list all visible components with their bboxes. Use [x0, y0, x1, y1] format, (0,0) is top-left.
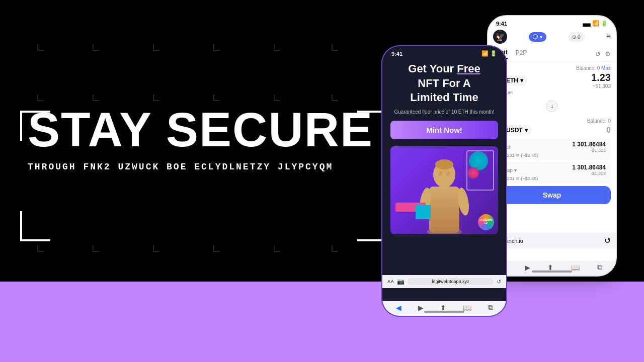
- inch-buy-amount: 0: [606, 126, 611, 135]
- nav-tabs-right[interactable]: ⧉: [597, 263, 602, 272]
- inch-route-1swap-cost: 0.00231 ≅ (~$2.45): [498, 176, 606, 181]
- inch-route-1swap-usd: -$1,303: [572, 171, 606, 176]
- inch-sell-balance: Balance: 0 Max: [576, 65, 611, 71]
- inch-sell-amount-block: 1.23 ~$1,303: [591, 72, 611, 89]
- inch-sell-header-row: Sell Balance: 0 Max: [493, 64, 611, 72]
- inch-route-1inch-usd: -$1,303: [572, 148, 606, 153]
- refresh-icon[interactable]: ↺: [595, 50, 601, 58]
- nft-image-area: GUARANTEED: [390, 146, 498, 234]
- inch-reload-icon[interactable]: ↺: [604, 236, 611, 245]
- nav-tabs-left[interactable]: ⧉: [488, 303, 493, 312]
- inch-buy-header-row: Buy Balance: 0: [493, 117, 611, 125]
- browser-aa: AA: [387, 279, 394, 284]
- phone-left-home-indicator: [424, 311, 464, 313]
- nav-bookmarks-right[interactable]: 📖: [571, 263, 580, 272]
- mint-now-button[interactable]: Mint Now!: [390, 121, 498, 139]
- main-scene: STAY SECURE THROUGH FNK2 UZWUCK BOE ECLY…: [0, 0, 644, 362]
- phone-left: 9:41 📶 🔋 Get Your Free NFT For A Limited…: [381, 45, 507, 317]
- nav-bookmarks-left[interactable]: 📖: [463, 304, 471, 312]
- inch-swap-button[interactable]: Swap: [493, 186, 611, 204]
- nft-heading-nft: NFT For A: [418, 77, 471, 89]
- nav-back-left[interactable]: ◀: [396, 304, 401, 312]
- nft-statue-svg: [414, 151, 474, 234]
- phone-right-signal: ▄▄ 📶 🔋: [583, 20, 608, 27]
- inch-route-1inch-row: 1 inch 1 301.86484 -$1,303: [498, 141, 606, 153]
- phone-left-browser-bar: AA 📷 legitweb3dapp.xyz ↺: [382, 275, 506, 288]
- inch-route-1inch-amounts: 1 301.86484 -$1,303: [572, 141, 606, 153]
- svg-point-6: [446, 171, 450, 176]
- phone-right-home-indicator: [532, 270, 572, 273]
- notch-right: [532, 16, 572, 27]
- browser-reload-left[interactable]: ↺: [497, 279, 501, 285]
- swap-direction-button[interactable]: ↓: [546, 100, 558, 112]
- inch-sell-token-row: ETH ▾ 1.23 ~$1,303: [493, 72, 611, 89]
- bracket-bottom-left: [20, 211, 50, 241]
- nft-badge: GUARANTEED: [478, 214, 494, 230]
- inch-route-1swap-row: 1swap ▾ 1 301.86484 -$1,303: [498, 164, 606, 176]
- inch-tabs: Limit P2P ↺ ⚙: [488, 47, 616, 61]
- inch-logo: 🦅: [493, 30, 507, 44]
- main-subtitle: THROUGH FNK2 UZWUCK BOE ECLYDLNETZY JLYP…: [28, 162, 390, 172]
- nft-heading: Get Your Free NFT For A Limited Time: [390, 62, 498, 105]
- nft-heading-get: Get Your: [408, 62, 457, 75]
- settings-icon[interactable]: ⚙: [605, 50, 611, 58]
- inch-sell-amount: 1.23: [591, 72, 611, 83]
- nft-floor-price: Guaranteed floor price of 10 ETH this mo…: [390, 109, 498, 115]
- main-headline: STAY SECURE: [28, 106, 390, 154]
- phone-left-body: 9:41 📶 🔋 Get Your Free NFT For A Limited…: [381, 45, 507, 317]
- inch-route-1inch: 1 inch 1 301.86484 -$1,303 0.00231 ≅ (~$…: [493, 139, 611, 160]
- usdt-chevron-icon: ▾: [525, 127, 528, 134]
- inch-buy-token-row: USDT ▾ 0: [493, 125, 611, 136]
- inch-url-display[interactable]: 1inch.io: [504, 238, 601, 244]
- nav-forward-right[interactable]: ▶: [525, 263, 530, 272]
- bottom-band: [0, 282, 644, 362]
- phone-left-time: 9:41: [391, 51, 403, 57]
- inch-buy-section: Buy Balance: 0 USDT ▾ 0: [488, 114, 616, 139]
- inch-eth-label: ETH: [506, 77, 518, 84]
- inch-ethereum-label: Ethereum: [493, 89, 611, 95]
- notch-left: [424, 46, 464, 57]
- inch-route-1swap-amount: 1 301.86484: [572, 164, 606, 171]
- nft-frame: [466, 150, 494, 191]
- inch-menu-button[interactable]: ≡: [606, 32, 611, 41]
- inch-wallet-button[interactable]: ⊙ 0: [568, 32, 584, 42]
- inch-usdt-label: USDT: [506, 127, 523, 134]
- inch-route-1inch-amount: 1 301.86484: [572, 141, 606, 148]
- phone-left-nav-bar: ◀ ▶ ⬆ 📖 ⧉: [382, 301, 506, 316]
- inch-nav-bar: ◀ ▶ ⬆ 📖 ⧉: [488, 261, 616, 276]
- browser-url-left[interactable]: legitweb3dapp.xyz: [408, 278, 494, 285]
- inch-sell-usd: ~$1,303: [591, 83, 611, 89]
- inch-buy-balance: Balance: 0: [587, 118, 611, 124]
- tab-p2p[interactable]: P2P: [516, 49, 527, 58]
- inch-route-1inch-cost: 0.00231 ≅ (~$2.45): [498, 153, 606, 158]
- inch-network-button[interactable]: ▾: [529, 32, 546, 42]
- inch-sell-section: Sell Balance: 0 Max ETH ▾ 1.23 ~$1,303: [488, 61, 616, 98]
- nft-heading-free: Free: [457, 62, 480, 75]
- svg-point-5: [438, 171, 442, 176]
- svg-rect-1: [429, 187, 459, 233]
- nav-forward-left[interactable]: ▶: [418, 304, 424, 312]
- phone-right-time: 9:41: [496, 21, 507, 27]
- inch-header: 🦅 ▾ ⊙ 0 ≡: [488, 27, 616, 47]
- phone-left-signal: 📶 🔋: [481, 50, 497, 57]
- inch-route-1swap-amounts: 1 301.86484 -$1,303: [572, 164, 606, 176]
- svg-point-4: [435, 159, 453, 169]
- nft-rect-cyan: [416, 205, 431, 219]
- main-text-area: STAY SECURE THROUGH FNK2 UZWUCK BOE ECLY…: [28, 106, 390, 172]
- inch-browser-bar: 1inch.io ↺: [488, 233, 616, 248]
- inch-tab-icons: ↺ ⚙: [595, 50, 611, 58]
- nft-heading-limited: Limited Time: [410, 91, 478, 104]
- phone-left-content: Get Your Free NFT For A Limited Time Gua…: [382, 57, 506, 239]
- inch-buy-amount-block: 0: [606, 126, 611, 135]
- eth-chevron-icon: ▾: [520, 77, 523, 84]
- swap-direction-row: ↓: [488, 98, 616, 114]
- inch-route-1swap: 1swap ▾ 1 301.86484 -$1,303 0.00231 ≅ (~…: [493, 162, 611, 183]
